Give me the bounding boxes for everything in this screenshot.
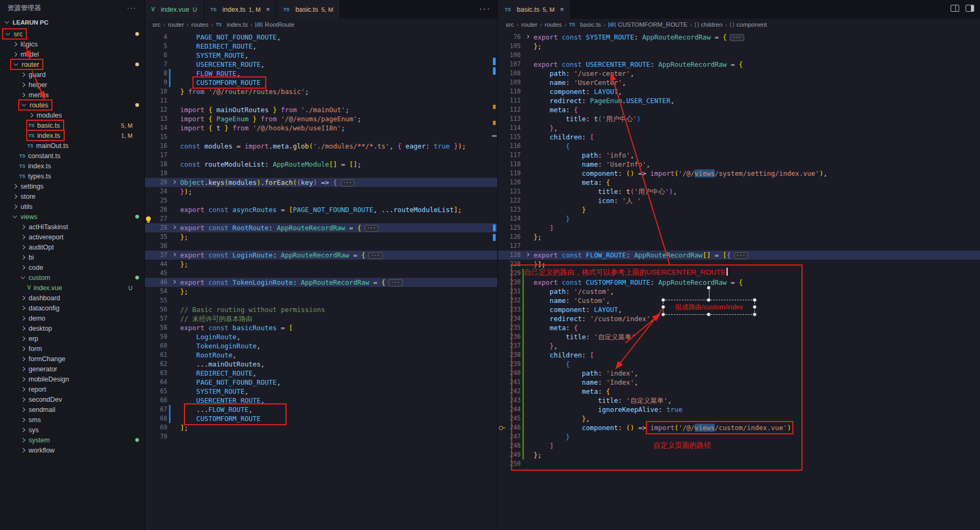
tree-item-src[interactable]: src <box>0 29 144 39</box>
tree-item-custom[interactable]: custom <box>0 272 144 283</box>
tree-item-bi[interactable]: bi <box>0 252 144 262</box>
code-line-58[interactable]: 58export const basicRoutes = [ <box>145 323 497 332</box>
resize-handle[interactable] <box>753 305 757 309</box>
tree-item-mobileDesign[interactable]: mobileDesign <box>0 374 144 384</box>
code-line-18[interactable]: 18const routeModuleList: AppRouteModule[… <box>145 160 497 169</box>
code-line-68[interactable]: 68 CUSTOMFORM_ROUTE <box>145 414 497 423</box>
tree-item-model[interactable]: model <box>0 49 144 59</box>
lightbulb-icon[interactable] <box>146 216 151 221</box>
tree-item-generator[interactable]: generator <box>0 364 144 374</box>
code-line-14[interactable]: 14import { t } from '/@/hooks/web/useI18… <box>145 123 497 132</box>
code-line-35[interactable]: 35}; <box>145 232 497 241</box>
code-line-229[interactable]: 229 <box>498 269 980 278</box>
customize-layout-icon[interactable] <box>966 5 974 12</box>
code-line-16[interactable]: 16const modules = import.meta.glob('./mo… <box>145 142 497 151</box>
code-line-69[interactable]: 69]; <box>145 423 497 432</box>
folded-code-placeholder[interactable]: ··· <box>368 252 382 259</box>
resize-handle[interactable] <box>753 298 757 302</box>
code-line-76[interactable]: 76export const SYSTEM_ROUTE: AppRouteRec… <box>498 33 980 42</box>
code-line-55[interactable]: 55 <box>145 296 497 305</box>
folded-code-placeholder[interactable]: ··· <box>730 34 744 41</box>
code-editor[interactable]: 76export const SYSTEM_ROUTE: AppRouteRec… <box>498 30 980 469</box>
tab-basic.ts[interactable]: TSbasic.ts5, M× <box>498 0 571 19</box>
code-line-127[interactable]: 127 <box>498 241 980 251</box>
breadcrumb-item-children[interactable]: [ ]children <box>695 21 723 28</box>
code-line-242[interactable]: 242 meta: { <box>498 387 980 396</box>
tree-item-erp[interactable]: erp <box>0 333 144 344</box>
code-line-56[interactable]: 56// Basic routing without permissions <box>145 305 497 314</box>
tree-item-auditOpt[interactable]: auditOpt <box>0 242 144 252</box>
tree-item-index.ts[interactable]: TSindex.ts1, M <box>0 130 144 141</box>
code-line-128[interactable]: 128export const FLOW_ROUTE: AppRouteReco… <box>498 251 980 260</box>
more-actions-button[interactable]: ··· <box>127 4 137 12</box>
tree-item-router[interactable]: router <box>0 59 144 69</box>
tree-item-guard[interactable]: guard <box>0 69 144 80</box>
tree-item-helper[interactable]: helper <box>0 80 144 90</box>
resize-handle[interactable] <box>661 305 665 309</box>
fold-chevron-icon[interactable] <box>526 253 529 256</box>
tab-index.vue[interactable]: Vindex.vueU <box>145 0 204 19</box>
split-editor-icon[interactable] <box>951 5 959 12</box>
code-editor[interactable]: 4 PAGE_NOT_FOUND_ROUTE,5 REDIRECT_ROUTE,… <box>145 30 497 441</box>
tree-item-index.vue[interactable]: Vindex.vueU <box>0 283 144 293</box>
code-line-244[interactable]: 244 ignoreKeepAlive: true <box>498 405 980 414</box>
tree-item-sms[interactable]: sms <box>0 415 144 425</box>
breadcrumb-item-index.ts[interactable]: TSindex.ts <box>215 21 248 28</box>
tree-item-types.ts[interactable]: TStypes.ts <box>0 171 144 181</box>
code-line-111[interactable]: 111 redirect: PageEnum.USER_CENTER, <box>498 96 980 105</box>
resize-handle[interactable] <box>661 313 665 316</box>
fold-chevron-icon[interactable] <box>172 225 176 229</box>
code-line-70[interactable]: 70 <box>145 432 497 441</box>
code-line-247[interactable]: 247 } <box>498 432 980 441</box>
code-line-118[interactable]: 118 name: 'UserInfo', <box>498 160 980 169</box>
breadcrumb-item-component[interactable]: { }component <box>730 21 767 28</box>
code-line-248[interactable]: 248 ] <box>498 441 980 450</box>
code-line-116[interactable]: 116 { <box>498 142 980 151</box>
tree-item-actHiTaskinst[interactable]: actHiTaskinst <box>0 222 144 232</box>
code-line-231[interactable]: 231 path: '/custom', <box>498 287 980 296</box>
code-line-108[interactable]: 108 path: '/user-center', <box>498 69 980 78</box>
tree-item-basic.ts[interactable]: TSbasic.ts5, M <box>0 120 144 130</box>
code-line-27[interactable]: 27 <box>145 214 497 223</box>
tree-item-sendmail[interactable]: sendmail <box>0 404 144 415</box>
code-line-20[interactable]: 20Object.keys(modules).forEach((key) => … <box>145 178 497 187</box>
tree-item-routes[interactable]: routes <box>0 100 144 110</box>
breadcrumb-item-src[interactable]: src <box>506 21 514 28</box>
close-icon[interactable]: × <box>560 5 564 13</box>
code-line-112[interactable]: 112 meta: { <box>498 105 980 114</box>
code-line-249[interactable]: 249}; <box>498 450 980 459</box>
code-line-28[interactable]: 28export const RootRoute: AppRouteRecord… <box>145 223 497 232</box>
code-line-109[interactable]: 109 name: 'UserCenter', <box>498 78 980 87</box>
code-line-106[interactable]: 106 <box>498 51 980 60</box>
folded-code-placeholder[interactable]: ··· <box>341 180 354 186</box>
code-line-117[interactable]: 117 path: 'info', <box>498 151 980 160</box>
code-line-113[interactable]: 113 title: t('用户中心') <box>498 114 980 123</box>
tree-item-workflow[interactable]: workflow <box>0 445 144 455</box>
breadcrumb-item-basic.ts[interactable]: TSbasic.ts <box>569 21 601 28</box>
breadcrumb-item-CUSTOMFORM_ROUTE[interactable]: [@]CUSTOMFORM_ROUTE <box>608 21 688 28</box>
breadcrumb-item-router[interactable]: router <box>168 21 184 28</box>
code-line-10[interactable]: 10} from '/@/router/routes/basic'; <box>145 87 497 96</box>
code-line-64[interactable]: 64 PAGE_NOT_FOUND_ROUTE, <box>145 378 497 387</box>
code-line-63[interactable]: 63 REDIRECT_ROUTE, <box>145 369 497 378</box>
code-line-124[interactable]: 124 } <box>498 214 980 223</box>
code-line-110[interactable]: 110 component: LAYOUT, <box>498 87 980 96</box>
folded-code-placeholder[interactable]: ··· <box>734 252 748 259</box>
tab-basic.ts[interactable]: TSbasic.ts5, M <box>277 0 340 19</box>
code-line-46[interactable]: 46export const TokenLoginRoute: AppRoute… <box>145 278 497 287</box>
code-line-36[interactable]: 36 <box>145 241 497 251</box>
code-line-6[interactable]: 6 SYSTEM_ROUTE, <box>145 51 497 60</box>
code-line-59[interactable]: 59 LoginRoute, <box>145 332 497 341</box>
code-line-62[interactable]: 62 ...mainOutRoutes, <box>145 360 497 369</box>
breadcrumb-item-routes[interactable]: routes <box>545 21 562 28</box>
code-line-37[interactable]: 37export const LoginRoute: AppRouteRecor… <box>145 251 497 260</box>
code-line-5[interactable]: 5 REDIRECT_ROUTE, <box>145 42 497 51</box>
tree-item-dashboard[interactable]: dashboard <box>0 293 144 303</box>
code-line-237[interactable]: 237 }, <box>498 341 980 350</box>
code-line-122[interactable]: 122 icon: '人 ' <box>498 196 980 205</box>
breadcrumb-item-RootRoute[interactable]: [@]RootRoute <box>255 21 294 28</box>
fold-chevron-icon[interactable] <box>526 35 529 38</box>
code-line-25[interactable]: 25 <box>145 196 497 205</box>
tree-item-report[interactable]: report <box>0 384 144 394</box>
tree-item-formChange[interactable]: formChange <box>0 354 144 364</box>
